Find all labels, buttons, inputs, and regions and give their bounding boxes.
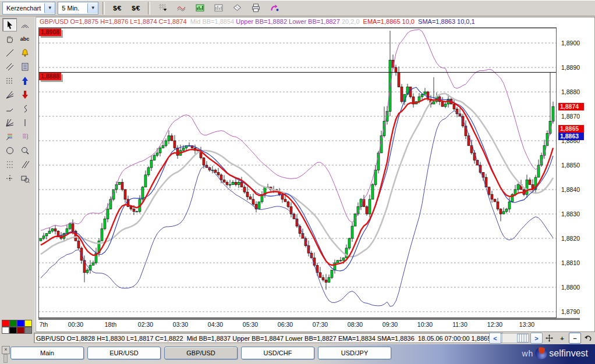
quote-currency-alt-button[interactable]: $⁄€	[128, 1, 144, 16]
timeframe-dropdown-button[interactable]: ▼	[87, 3, 98, 13]
pan-mode-button[interactable]	[543, 333, 555, 344]
indicator-button[interactable]	[173, 1, 189, 16]
drawing-tools-panel: abc	[0, 17, 36, 344]
wave-tool-button[interactable]	[17, 102, 32, 115]
calculator-tool-button[interactable]	[17, 60, 32, 73]
header-segment: Mid BB=1,8854	[187, 18, 235, 25]
alert-bell-tool-button[interactable]	[17, 46, 32, 59]
horizontal-line-price-label[interactable]: 1,8908	[39, 28, 61, 36]
pointer-tool-button[interactable]	[2, 18, 17, 31]
undo-button[interactable]	[582, 333, 594, 344]
timeframe-combobox[interactable]: 5 Min. ▼	[58, 2, 98, 15]
fan-lines-tool-button[interactable]	[2, 88, 17, 101]
vertical-line-tool-button[interactable]	[17, 116, 32, 129]
x-axis-label: 7th	[33, 321, 54, 328]
scroll-left-button[interactable]: <	[489, 333, 501, 344]
eraser-diamond-icon	[232, 3, 242, 13]
zoom-window-tool-button[interactable]	[17, 172, 32, 185]
top-toolbar: Kerzenchart ▼ 5 Min. ▼ $⁄€ $⁄€	[0, 0, 595, 16]
y-axis-label: 1,8820	[561, 235, 592, 242]
scroll-right-button[interactable]: >	[530, 333, 543, 344]
price-marker: 1,8874	[558, 103, 584, 110]
header-segment: SMA=1,8863 10,0,1	[415, 18, 475, 25]
x-axis-label: 02:30	[135, 321, 156, 328]
color-swatch[interactable]	[9, 327, 17, 334]
tab-main[interactable]: Main	[10, 347, 84, 359]
zoom-out-button[interactable]: −	[569, 333, 581, 344]
quote-currency-button[interactable]: $⁄€	[109, 1, 125, 16]
grouping-bracket-tool-button[interactable]	[17, 130, 32, 143]
trendline-tool-button[interactable]	[2, 46, 17, 59]
chart-widget: GBP/USD O=1,8875 H=1,8876 L=1,8874 C=1,8…	[36, 17, 595, 332]
tool-grid: abc	[0, 17, 36, 185]
x-axis-label: 03:30	[170, 321, 191, 328]
circle-tool-button[interactable]	[2, 144, 17, 157]
x-axis-label: 13:30	[516, 321, 537, 328]
toolbar-separator	[148, 2, 150, 15]
y-axis-label: 1,8850	[561, 162, 592, 169]
status-bar: GBP/USD O=1,8828 H=1,8830 L=1,8817 C=1,8…	[33, 332, 595, 344]
chart-window-button[interactable]	[192, 1, 208, 16]
color-swatch[interactable]	[24, 327, 32, 334]
tab-gbpusd[interactable]: GBP/USD	[164, 347, 238, 359]
parallel-lines-tool-button[interactable]	[2, 60, 17, 73]
percent-lines-tool-button[interactable]	[17, 158, 32, 171]
zoom-in-button[interactable]: +	[556, 333, 568, 344]
bb-mid-line	[41, 94, 553, 257]
chart-type-combobox[interactable]: Kerzenchart ▼	[2, 2, 55, 15]
color-swatch[interactable]	[17, 327, 24, 334]
histogram-window-button[interactable]	[210, 1, 226, 16]
chart-indicator-header: GBP/USD O=1,8875 H=1,8876 L=1,8874 C=1,8…	[40, 18, 475, 26]
chart-navigation-controls: < > + −	[489, 333, 594, 344]
print-button[interactable]	[247, 1, 264, 16]
workspace-tab-bar: × MainEUR/USDGBP/USDUSD/CHFUSD/JPY wh se…	[0, 344, 595, 364]
fibonacci-tool-button[interactable]	[2, 130, 17, 143]
timeframe-value: 5 Min.	[58, 5, 87, 12]
close-tabbar-button[interactable]: ×	[2, 346, 10, 354]
color-swatch[interactable]	[2, 320, 9, 327]
y-axis-label: 1,8880	[561, 88, 592, 95]
tab-usdjpy[interactable]: USD/JPY	[318, 347, 391, 359]
arrow-up-tool-button[interactable]	[17, 74, 32, 87]
chart-plot-area[interactable]	[38, 27, 557, 318]
color-palette	[2, 320, 32, 334]
crosshair-tool-button[interactable]	[2, 172, 17, 185]
x-axis-label: 12:30	[484, 321, 505, 328]
tab-usdchf[interactable]: USD/CHF	[241, 347, 314, 359]
grid-tool-button[interactable]	[2, 158, 17, 171]
logo-sphere-icon	[535, 347, 547, 359]
tabbar-grip[interactable]	[3, 354, 8, 363]
colored-tool-icon	[270, 3, 279, 13]
color-swatch[interactable]	[17, 320, 24, 327]
toolbar-separator	[102, 2, 105, 15]
gann-fan-tool-button[interactable]	[2, 116, 17, 129]
zoom-in-tool-button[interactable]	[17, 144, 32, 157]
horizontal-line-price-label[interactable]: 1,8888	[39, 73, 61, 80]
text-tool-label: abc	[20, 36, 30, 42]
arc-tool-button[interactable]	[17, 18, 32, 31]
x-axis-label: 05:30	[240, 321, 261, 328]
header-segment: GBP/USD O=1,8875 H=1,8876 L=1,8874 C=1,8…	[40, 18, 187, 25]
color-swatch[interactable]	[2, 327, 9, 334]
chart-type-dropdown-button[interactable]: ▼	[44, 3, 55, 13]
grid-settings-button[interactable]	[154, 1, 171, 16]
y-axis-label: 1,8830	[561, 210, 592, 217]
color-swatch[interactable]	[9, 320, 17, 327]
angle-line-tool-button[interactable]	[2, 102, 17, 115]
header-segment: Upper BB=1,8882 Lower BB=1,8827	[234, 18, 340, 25]
color-swatch[interactable]	[24, 320, 32, 327]
tab-eurusd[interactable]: EUR/USD	[87, 347, 161, 359]
whselfinvest-logo: wh selfinvest	[522, 347, 588, 359]
text-tool-button[interactable]: abc	[17, 32, 32, 45]
arrow-down-tool-button[interactable]	[17, 88, 32, 101]
logo-prefix: wh	[522, 349, 533, 358]
x-axis-label: 10:30	[415, 321, 435, 328]
y-axis-label: 1,8810	[561, 259, 592, 266]
pan-hand-tool-button[interactable]	[2, 32, 17, 45]
settings-tool-button[interactable]	[266, 1, 282, 16]
dotted-levels-tool-button[interactable]	[2, 74, 17, 87]
chart-scrollbar[interactable]	[502, 333, 530, 343]
chart-scrollbar-thumb[interactable]	[517, 334, 529, 342]
currency-pair-icon: $⁄€	[132, 5, 140, 12]
clear-drawings-button[interactable]	[229, 1, 245, 16]
